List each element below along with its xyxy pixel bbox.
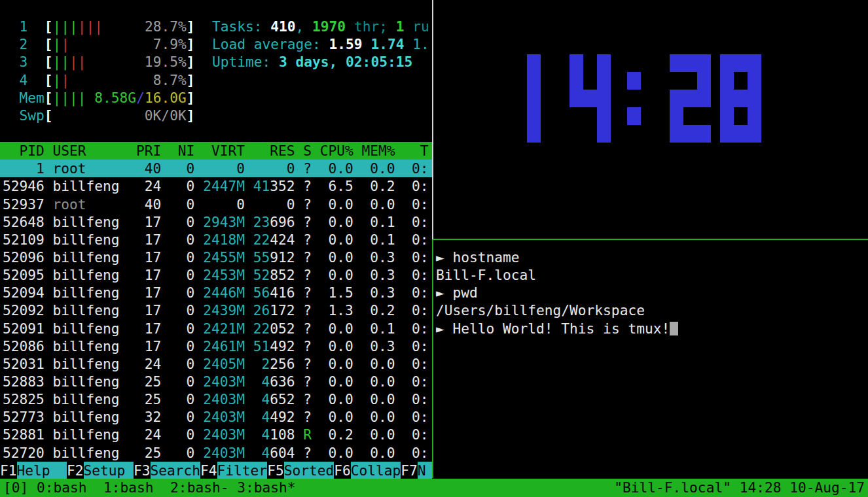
- uptime-value: 3 days, 02:05:15: [279, 54, 412, 70]
- process-row[interactable]: 52031 billfeng 24 0 2405M 2256 ? 0.0 0.0…: [0, 355, 432, 373]
- cell-spacer: [295, 390, 303, 408]
- header-cell-user[interactable]: USER: [53, 142, 137, 160]
- cell-spacer: [295, 177, 303, 195]
- fkey-f4[interactable]: F4Filter: [200, 462, 267, 479]
- cpu-bars-red: |||: [78, 18, 103, 35]
- cell-spacer: [312, 284, 320, 301]
- fkey-number: F2: [67, 462, 84, 479]
- terminal-command-line: ► Hello World! This is tmux!: [436, 320, 678, 337]
- cell-s: ?: [303, 408, 312, 426]
- header-cell-time[interactable]: T: [403, 142, 428, 160]
- cell-spacer: [353, 390, 362, 408]
- cell-spacer: [312, 248, 320, 266]
- cell-ni: 0: [170, 177, 194, 195]
- cell-res: 56416: [253, 284, 295, 301]
- cell-pri: 24: [136, 177, 161, 195]
- process-row[interactable]: 52091 billfeng 17 0 2421M 22052 ? 0.0 0.…: [0, 320, 432, 337]
- res-kilobytes: 852: [270, 267, 295, 283]
- fkey-f6[interactable]: F6Collap: [334, 462, 401, 479]
- cell-spacer: [353, 177, 362, 195]
- process-row[interactable]: 52095 billfeng 17 0 2453M 52852 ? 0.0 0.…: [0, 266, 432, 284]
- process-row[interactable]: 52096 billfeng 17 0 2455M 55912 ? 0.0 0.…: [0, 248, 432, 266]
- cell-ni: 0: [170, 231, 194, 248]
- header-spacer: [161, 142, 170, 160]
- res-megabytes: 56: [253, 284, 270, 301]
- cell-mem: 0.2: [362, 301, 395, 319]
- clock-segment: [720, 72, 734, 90]
- cell-spacer: [161, 213, 170, 231]
- res-megabytes: 4: [261, 426, 270, 443]
- fkey-f2[interactable]: F2Setup: [67, 462, 134, 479]
- clock-segment: [670, 125, 683, 143]
- process-row[interactable]: 52937 root 40 0 0 0 ? 0.0 0.0 0:: [0, 196, 432, 213]
- cell-pri: 40: [136, 160, 161, 177]
- header-cell-virt[interactable]: VIRT: [203, 142, 245, 160]
- process-row[interactable]: 52720 billfeng 25 0 2403M 4604 ? 0.0 0.0…: [0, 444, 432, 462]
- cell-s: ?: [303, 177, 312, 195]
- fkey-label: Filter: [217, 462, 268, 479]
- process-row[interactable]: 52773 billfeng 32 0 2403M 4492 ? 0.0 0.0…: [0, 408, 432, 426]
- cell-spacer: [395, 213, 404, 231]
- fkey-number: F3: [134, 462, 151, 479]
- cell-pid: 52648: [3, 213, 45, 231]
- memory-meter: Mem[|||| 8.58G/16.0G]: [0, 89, 432, 107]
- command-text: Hello World! This is tmux!: [453, 320, 670, 337]
- cell-spacer: [245, 266, 253, 284]
- terminal-cursor[interactable]: [670, 322, 678, 335]
- header-cell-res[interactable]: RES: [253, 142, 295, 160]
- cell-time: 0:: [403, 408, 428, 426]
- cell-spacer: [245, 408, 253, 426]
- header-cell-pri[interactable]: PRI: [136, 142, 161, 160]
- clock-segment: [748, 107, 761, 125]
- meter-close-bracket: ]: [187, 18, 195, 35]
- cell-spacer: [45, 408, 53, 426]
- cell-spacer: [295, 408, 303, 426]
- process-row[interactable]: 52946 billfeng 24 0 2447M 41352 ? 6.5 0.…: [0, 177, 432, 195]
- cell-spacer: [161, 373, 170, 390]
- cell-pid: 52946: [3, 177, 45, 195]
- header-cell-pid[interactable]: PID: [3, 142, 45, 160]
- tmux-status-bar: [0] 0:bash 1:bash 2:bash- 3:bash*"Bill-F…: [0, 479, 868, 497]
- cell-res: 4492: [253, 408, 295, 426]
- mem-slash: /: [136, 90, 145, 106]
- header-cell-mem[interactable]: MEM%: [362, 142, 395, 160]
- meter-open-bracket: [: [45, 36, 53, 52]
- process-row[interactable]: 1 root 40 0 0 0 ? 0.0 0.0 0:: [0, 160, 432, 177]
- cell-spacer: [161, 177, 170, 195]
- process-row[interactable]: 52094 billfeng 17 0 2446M 56416 ? 1.5 0.…: [0, 284, 432, 301]
- process-row[interactable]: 52883 billfeng 25 0 2403M 4636 ? 0.0 0.0…: [0, 373, 432, 390]
- running-count: 1: [396, 18, 405, 35]
- cell-mem: 0.1: [362, 213, 395, 231]
- cell-pid: 52031: [3, 355, 45, 373]
- cell-virt: 2403M: [203, 408, 245, 426]
- cell-spacer: [295, 266, 303, 284]
- process-row[interactable]: 52109 billfeng 17 0 2418M 22424 ? 0.0 0.…: [0, 231, 432, 248]
- clock-segment: [697, 125, 711, 143]
- process-row[interactable]: 52825 billfeng 25 0 2403M 4652 ? 0.0 0.0…: [0, 390, 432, 408]
- fkey-f3[interactable]: F3Search: [134, 462, 200, 479]
- cell-spacer: [161, 355, 170, 373]
- fkey-f1[interactable]: F1Help: [0, 462, 67, 479]
- res-megabytes: 4: [261, 445, 270, 461]
- cell-pri: 17: [136, 301, 161, 319]
- process-row[interactable]: 52092 billfeng 17 0 2439M 26172 ? 1.3 0.…: [0, 301, 432, 319]
- cell-ni: 0: [170, 284, 194, 301]
- fkey-f7[interactable]: F7N: [401, 462, 432, 479]
- cell-mem: 0.3: [362, 248, 395, 266]
- cell-spacer: [353, 196, 362, 213]
- cell-virt: 2418M: [203, 231, 245, 248]
- header-cell-s[interactable]: S: [303, 142, 312, 160]
- header-cell-cpu[interactable]: CPU%: [320, 142, 353, 160]
- cell-cpu: 0.2: [320, 426, 353, 443]
- cell-spacer: [395, 284, 404, 301]
- res-kilobytes: 0: [287, 160, 295, 177]
- process-row[interactable]: 52881 billfeng 24 0 2403M 4108 R 0.2 0.0…: [0, 426, 432, 443]
- fkey-f5[interactable]: F5Sorted: [267, 462, 334, 479]
- cell-spacer: [45, 266, 53, 284]
- cell-spacer: [353, 337, 362, 355]
- header-cell-ni[interactable]: NI: [170, 142, 194, 160]
- process-row[interactable]: 52648 billfeng 17 0 2943M 23696 ? 0.0 0.…: [0, 213, 432, 231]
- cell-time: 0:: [403, 390, 428, 408]
- process-row[interactable]: 52086 billfeng 17 0 2461M 51492 ? 0.0 0.…: [0, 337, 432, 355]
- cell-spacer: [245, 337, 253, 355]
